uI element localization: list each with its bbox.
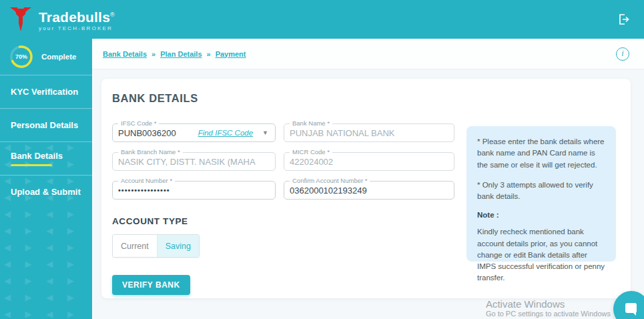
progress-percent: 70% <box>8 43 35 70</box>
ifsc-code-value[interactable]: PUNB0036200 <box>118 128 176 138</box>
bank-details-form: IFSC Code * PUNB0036200 Find IFSC Code ▼… <box>112 123 454 295</box>
activate-windows-watermark: Activate Windows Go to PC settings to ac… <box>486 298 611 318</box>
note-heading: Note : <box>477 211 605 219</box>
ifsc-code-field[interactable]: IFSC Code * PUNB0036200 Find IFSC Code ▼ <box>112 123 276 142</box>
bank-branch-field: Bank Branch Name * NASIK CITY, DISTT. NA… <box>112 152 276 171</box>
ifsc-code-label: IFSC Code * <box>118 119 159 127</box>
logout-button[interactable] <box>615 11 632 28</box>
sidebar-item-kyc-verification[interactable]: KYC Verification <box>0 75 92 108</box>
breadcrumb-plan-details[interactable]: Plan Details <box>160 50 202 58</box>
progress-ring: 70% <box>8 43 35 70</box>
bank-branch-label: Bank Branch Name * <box>118 148 183 155</box>
find-ifsc-link[interactable]: Find IFSC Code <box>198 129 253 137</box>
account-type-current[interactable]: Current <box>113 235 157 257</box>
account-number-field[interactable]: Account Number * •••••••••••••••• <box>112 181 276 200</box>
info-icon[interactable]: i <box>616 47 629 61</box>
sidebar-item-personal-details[interactable]: Personal Details <box>0 108 92 141</box>
note-body: Kindly recheck mentioned bank account de… <box>477 226 605 284</box>
bank-details-card: BANK DETAILS IFSC Code * PUNB0036200 Fin… <box>101 79 631 298</box>
micr-code-label: MICR Code * <box>290 148 332 155</box>
bank-branch-value: NASIK CITY, DISTT. NASIK (MAHA <box>118 157 256 167</box>
main-area: Bank Details » Plan Details » Payment i … <box>92 39 644 319</box>
note-paragraph-2: * Only 3 attempts allowed to verify bank… <box>477 180 605 203</box>
page-title: BANK DETAILS <box>112 92 616 105</box>
micr-code-field: MICR Code * 422024002 <box>284 152 454 171</box>
account-number-label: Account Number * <box>118 177 175 184</box>
brand-name: Tradebulls® <box>39 8 115 24</box>
sidebar-item-upload-submit[interactable]: Upload & Submit <box>0 175 92 208</box>
bank-name-field: Bank Name * PUNJAB NATIONAL BANK <box>284 123 454 142</box>
progress-caption: Complete <box>41 53 76 61</box>
note-paragraph-1: * Please enter the bank details where ba… <box>477 136 605 171</box>
tradebulls-logo: Tradebulls® your TECH-BROKER <box>9 6 115 33</box>
progress-block: 70% Complete <box>0 39 92 75</box>
breadcrumb-bar: Bank Details » Plan Details » Payment i <box>92 39 644 69</box>
confirm-account-number-value[interactable]: 0362000102193249 <box>290 186 367 196</box>
account-type-label: ACCOUNT TYPE <box>112 216 454 226</box>
active-item-underline <box>11 164 52 166</box>
app-header: Tradebulls® your TECH-BROKER <box>0 0 644 39</box>
breadcrumb-separator: » <box>151 50 155 58</box>
confirm-account-number-field[interactable]: Confirm Account Number * 036200010219324… <box>284 181 454 200</box>
sidebar-item-bank-details[interactable]: Bank Details <box>0 141 92 175</box>
breadcrumb-separator: » <box>207 50 211 58</box>
brand-tagline: your TECH-BROKER <box>39 25 115 31</box>
sidebar: ◀ ▶ ◀ ▶ ◀ ▶ ◀ ▶ ◀ ▶ ◀ ▶ ◀ ▶ ◀ ▶ ◀ ▶ ◀ ▶ … <box>0 39 92 319</box>
bull-head-icon <box>9 6 32 33</box>
logout-icon <box>617 13 630 26</box>
bank-name-label: Bank Name * <box>290 119 332 127</box>
breadcrumb-bank-details[interactable]: Bank Details <box>103 50 147 58</box>
breadcrumb: Bank Details » Plan Details » Payment <box>103 50 246 58</box>
confirm-account-number-label: Confirm Account Number * <box>290 177 370 184</box>
account-number-value[interactable]: •••••••••••••••• <box>118 186 170 194</box>
dropdown-caret-icon[interactable]: ▼ <box>262 129 268 136</box>
account-type-toggle: Current Saving <box>112 234 200 258</box>
instructions-note-box: * Please enter the bank details where ba… <box>466 126 616 262</box>
account-type-saving[interactable]: Saving <box>157 235 199 257</box>
chat-bubble-icon <box>623 301 639 317</box>
breadcrumb-payment[interactable]: Payment <box>216 50 246 58</box>
verify-bank-button[interactable]: VERIFY BANK <box>112 275 190 295</box>
micr-code-value: 422024002 <box>290 157 333 167</box>
bank-name-value: PUNJAB NATIONAL BANK <box>290 128 394 138</box>
